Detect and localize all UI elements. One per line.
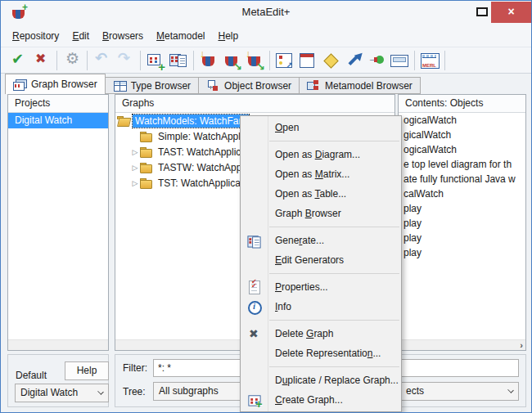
toolbar-separator	[414, 51, 415, 70]
close-button[interactable]: ×	[491, 2, 531, 23]
menu-item-label: Properties...	[268, 281, 328, 293]
new-graph-button[interactable]	[144, 49, 167, 72]
toolbar: MERL	[1, 47, 531, 74]
object-row[interactable]: play	[399, 231, 525, 245]
folder-icon	[140, 132, 152, 141]
contents-select-value: ects	[406, 385, 424, 397]
menu-item-label: Edit Generators	[268, 254, 344, 266]
menu-item-label: Graph Browser	[268, 208, 341, 219]
context-menu-item-generate[interactable]: Generate...	[241, 231, 401, 250]
tab-graph-browser[interactable]: Graph Browser	[5, 74, 106, 94]
help-button[interactable]: Help	[65, 361, 109, 380]
menu-item-label: Open	[268, 122, 299, 133]
toolbar-separator	[140, 51, 141, 70]
generate-button[interactable]	[167, 49, 190, 72]
relationship-tool-button[interactable]	[342, 49, 365, 72]
repository-export-button[interactable]	[220, 49, 243, 72]
diagram-editor-button[interactable]	[273, 49, 296, 72]
dialog-editor-button[interactable]	[388, 49, 411, 72]
expander-icon[interactable]: ▷	[130, 164, 140, 172]
matrix-editor-button[interactable]	[296, 49, 319, 72]
menu-separator	[269, 366, 399, 367]
context-menu-item-edit-generators[interactable]: Edit Generators	[241, 250, 401, 270]
context-menu-item-delete-graph[interactable]: Delete Graph	[241, 324, 401, 343]
contents-select[interactable]: ects	[400, 382, 519, 401]
context-menu-item-properties[interactable]: Properties...	[241, 277, 401, 297]
redo-icon	[116, 52, 134, 69]
menu-separator	[269, 141, 399, 141]
repository-export-icon	[223, 52, 241, 69]
folder-icon	[140, 163, 152, 173]
abandon-icon	[33, 52, 51, 69]
redo-button[interactable]	[114, 49, 137, 72]
contents-filter-input[interactable]	[400, 359, 519, 377]
object-row[interactable]: e top level diagram for th	[399, 157, 525, 172]
minimize-button[interactable]	[447, 2, 470, 22]
object-row[interactable]: play	[399, 201, 525, 216]
project-select[interactable]: Digital Watch	[15, 384, 109, 402]
context-menu-item-open-as-diagram[interactable]: Open as Diagram...	[241, 145, 401, 164]
object-row[interactable]: ogicalWatch	[399, 113, 525, 128]
folder-icon	[140, 147, 152, 157]
context-menu-item-open-as-table[interactable]: Open as Table...	[241, 184, 401, 204]
object-row[interactable]: calWatch	[399, 186, 525, 201]
tab-type-browser[interactable]: Type Browser	[106, 77, 199, 94]
tab-label: Metamodel Browser	[325, 80, 413, 92]
toolbar-separator	[269, 51, 270, 70]
projects-list: Digital Watch	[8, 113, 108, 339]
graph-label: TST: WatchApplicati	[156, 177, 248, 190]
tab-metamodel-browser[interactable]: Metamodel Browser	[300, 77, 421, 94]
repository-update-button[interactable]	[243, 49, 266, 72]
undo-icon	[93, 52, 111, 69]
repository-import-button[interactable]	[197, 49, 220, 72]
merl-button[interactable]: MERL	[418, 49, 441, 72]
diagram-editor-icon	[276, 52, 294, 69]
menubar: RepositoryEditBrowsersMetamodelHelp	[1, 25, 531, 47]
relationship-tool-icon	[345, 52, 363, 69]
context-menu-item-graph-browser[interactable]: Graph Browser	[241, 204, 401, 223]
menu-help[interactable]: Help	[211, 26, 245, 46]
project-row-digital-watch[interactable]: Digital Watch	[8, 113, 108, 128]
tab-bar: Graph BrowserType BrowserObject BrowserM…	[1, 74, 531, 94]
scroll-right-arrow[interactable]: ›	[520, 340, 523, 350]
object-row[interactable]: gicalWatch	[399, 128, 525, 142]
toolbar-separator	[444, 51, 445, 70]
menu-item-label: Open as Table...	[268, 188, 346, 200]
contents-horizontal-scrollbar[interactable]: ›	[399, 339, 525, 350]
tab-object-browser[interactable]: Object Browser	[199, 77, 300, 94]
filter-label: Filter:	[123, 362, 147, 374]
abandon-button[interactable]	[30, 49, 53, 72]
menu-browsers[interactable]: Browsers	[96, 26, 150, 46]
expander-icon[interactable]: ▷	[130, 148, 140, 156]
context-menu-item-delete-representation[interactable]: Delete Representation...	[241, 343, 401, 363]
menu-separator	[269, 273, 399, 274]
repository-import-icon	[200, 52, 218, 69]
menu-item-label: Delete Graph	[268, 328, 333, 339]
role-tool-button[interactable]	[365, 49, 388, 72]
menu-item-label: Duplicate / Replace Graph...	[268, 375, 399, 386]
projects-horizontal-scrollbar[interactable]	[8, 339, 108, 350]
context-menu-item-duplicate-replace-graph[interactable]: Duplicate / Replace Graph...	[241, 370, 401, 390]
matrix-editor-icon	[299, 52, 317, 69]
menu-repository[interactable]: Repository	[6, 26, 65, 46]
context-menu-item-info[interactable]: Info	[241, 297, 401, 316]
object-tool-button[interactable]	[319, 49, 342, 72]
contents-panel: Contents: Objects ogicalWatchgicalWatcho…	[398, 94, 526, 351]
menu-edit[interactable]: Edit	[65, 26, 96, 46]
expander-icon[interactable]: ▷	[130, 179, 140, 187]
object-row[interactable]: play	[399, 216, 525, 231]
settings-icon	[63, 52, 81, 69]
menu-item-label: Generate...	[268, 235, 324, 246]
object-row[interactable]: ate fully functional Java w	[399, 172, 525, 186]
repository-update-icon	[246, 52, 264, 69]
context-menu-item-open-as-matrix[interactable]: Open as Matrix...	[241, 164, 401, 184]
maximize-button[interactable]	[476, 7, 488, 16]
context-menu-item-open[interactable]: Open	[241, 118, 401, 137]
menu-metamodel[interactable]: Metamodel	[150, 26, 211, 46]
settings-button[interactable]	[61, 49, 83, 72]
context-menu-item-create-graph[interactable]: Create Graph...	[241, 390, 401, 410]
object-row[interactable]: ogicalWatch	[399, 142, 525, 157]
object-row[interactable]: play	[399, 245, 525, 260]
commit-button[interactable]	[7, 49, 30, 72]
undo-button[interactable]	[91, 49, 114, 72]
